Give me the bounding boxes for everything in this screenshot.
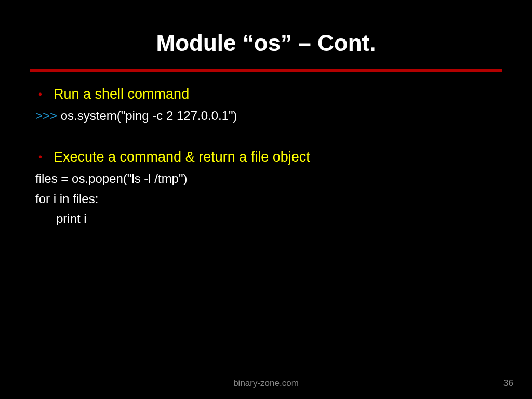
bullet-item: • Execute a command & return a file obje… <box>35 149 497 165</box>
bullet-item: • Run a shell command <box>35 86 497 102</box>
prompt-chevrons: >>> <box>35 109 61 123</box>
bullet-icon: • <box>38 89 42 99</box>
divider <box>30 69 502 72</box>
code-line: print i <box>35 210 497 227</box>
page-number: 36 <box>503 378 513 389</box>
code-line: files = os.popen("ls -l /tmp") <box>35 170 497 187</box>
footer-text: binary-zone.com <box>0 378 532 389</box>
bullet-heading: Execute a command & return a file object <box>54 149 310 165</box>
code-text: os.system("ping -c 2 127.0.0.1") <box>61 109 237 123</box>
code-line: >>> os.system("ping -c 2 127.0.0.1") <box>35 108 497 124</box>
spacer <box>35 127 497 149</box>
slide-title: Module “os” – Cont. <box>0 0 532 69</box>
code-line: for i in files: <box>35 191 497 207</box>
slide-content: • Run a shell command >>> os.system("pin… <box>0 86 532 228</box>
bullet-heading: Run a shell command <box>54 86 189 102</box>
bullet-icon: • <box>38 152 42 162</box>
slide: Module “os” – Cont. • Run a shell comman… <box>0 0 532 399</box>
